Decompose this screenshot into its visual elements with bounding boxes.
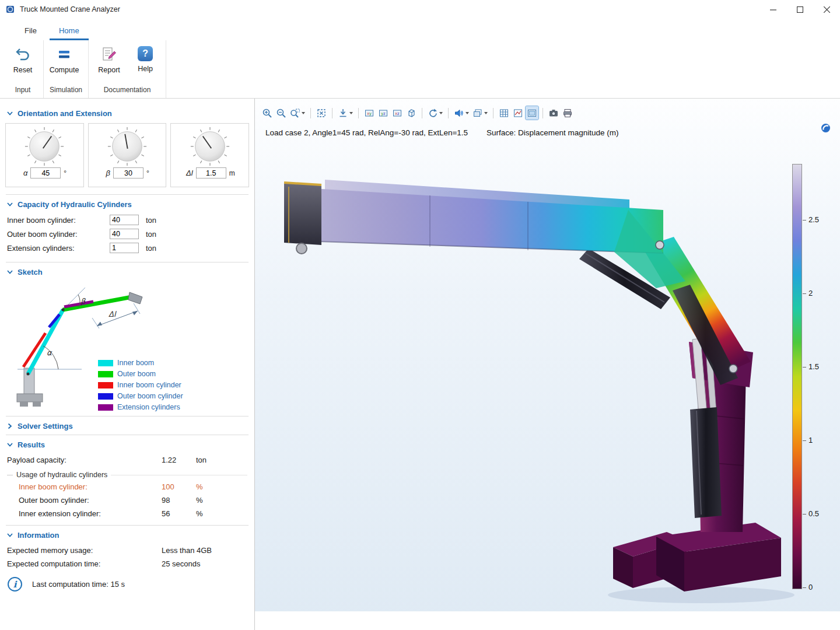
legend-label: Inner boom bbox=[117, 359, 154, 367]
dl-annotation: Δl bbox=[108, 310, 117, 318]
chevron-down-icon bbox=[7, 111, 13, 116]
ribbon-group-simulation: Compute Simulation bbox=[44, 40, 89, 98]
compute-button[interactable]: Compute bbox=[46, 40, 82, 85]
outer-boom-swatch bbox=[98, 371, 113, 377]
beta-input[interactable] bbox=[113, 167, 144, 178]
usage-row-outer-boom: Outer boom cylinder: 98 % bbox=[0, 494, 254, 507]
usage-label: Inner boom cylinder: bbox=[19, 482, 162, 491]
chevron-down-icon bbox=[7, 202, 13, 206]
payload-capacity-label: Payload capacity: bbox=[7, 456, 162, 464]
colorbar bbox=[792, 164, 802, 589]
section-information: Information Expected memory usage: Less … bbox=[0, 525, 254, 592]
extension-knob-box: Δl m bbox=[170, 123, 249, 187]
outer-boom-cylinder-input[interactable] bbox=[110, 229, 139, 239]
tab-home[interactable]: Home bbox=[50, 22, 89, 40]
info-icon: i bbox=[7, 576, 23, 592]
graphics-footer bbox=[255, 611, 840, 630]
last-computation-row: i Last computation time: 15 s bbox=[0, 570, 254, 592]
maximize-button[interactable] bbox=[786, 0, 813, 19]
extension-input[interactable] bbox=[196, 167, 226, 178]
menu-tabs: File Home bbox=[0, 19, 840, 40]
beta-unit: ° bbox=[146, 169, 153, 177]
outer-boom-cylinder-unit: ton bbox=[146, 230, 156, 239]
legend-item: Extension cylinders bbox=[98, 403, 183, 411]
crane-3d-model[interactable] bbox=[255, 105, 840, 606]
help-icon bbox=[138, 46, 153, 61]
compute-icon bbox=[56, 46, 72, 62]
usage-row-inner-boom: Inner boom cylinder: 100 % bbox=[0, 480, 254, 494]
chevron-right-icon bbox=[8, 424, 12, 429]
capacity-row: Inner boom cylinder: ton bbox=[0, 213, 254, 227]
extension-cylinders-swatch bbox=[98, 404, 113, 411]
reset-icon bbox=[15, 46, 31, 62]
usage-row-inner-extension: Inner extension cylinder: 56 % bbox=[0, 507, 254, 525]
solver-section-header[interactable]: Solver Settings bbox=[6, 416, 249, 435]
payload-capacity-unit: ton bbox=[196, 456, 206, 464]
solver-title: Solver Settings bbox=[18, 422, 73, 430]
help-button[interactable]: Help bbox=[127, 40, 163, 85]
computation-time-row: Expected computation time: 25 seconds bbox=[0, 557, 254, 570]
memory-usage-row: Expected memory usage: Less than 4GB bbox=[0, 544, 254, 557]
computation-time-value: 25 seconds bbox=[162, 559, 201, 568]
help-label: Help bbox=[138, 65, 153, 73]
legend-item: Outer boom cylinder bbox=[98, 392, 183, 400]
colorbar-tick: 1.5 bbox=[808, 362, 819, 371]
ribbon: Reset Input Compute Simulation bbox=[0, 40, 840, 99]
capacity-section-header[interactable]: Capacity of Hydraulic Cylinders bbox=[6, 195, 249, 213]
tab-file[interactable]: File bbox=[15, 22, 46, 40]
close-button[interactable] bbox=[813, 0, 840, 19]
information-section-header[interactable]: Information bbox=[6, 526, 249, 544]
last-computation-text: Last computation time: 15 s bbox=[32, 580, 125, 589]
section-orientation: Orientation and Extension bbox=[0, 104, 254, 194]
results-section-header[interactable]: Results bbox=[6, 435, 249, 453]
inner-boom-cylinder-unit: ton bbox=[146, 216, 156, 225]
information-title: Information bbox=[18, 531, 60, 540]
inner-boom-cylinder-input[interactable] bbox=[110, 215, 139, 225]
section-sketch: Sketch bbox=[0, 262, 254, 416]
minimize-button[interactable] bbox=[760, 0, 786, 19]
payload-capacity-value: 1.22 bbox=[162, 456, 196, 464]
orientation-title: Orientation and Extension bbox=[18, 109, 112, 118]
legend-label: Inner boom cylinder bbox=[117, 381, 181, 389]
inner-boom-cylinder-swatch bbox=[98, 382, 113, 388]
alpha-knob-dial[interactable] bbox=[23, 125, 65, 167]
extension-knob-dial[interactable] bbox=[189, 125, 231, 167]
settings-panel: Orientation and Extension bbox=[0, 99, 255, 630]
alpha-annotation: α bbox=[47, 348, 52, 357]
report-label: Report bbox=[98, 66, 120, 74]
usage-group-header: Usage of hydraulic cylinders bbox=[7, 471, 247, 479]
colorbar-tick: 0 bbox=[808, 583, 813, 592]
capacity-title: Capacity of Hydraulic Cylinders bbox=[18, 200, 132, 209]
usage-value: 100 bbox=[162, 482, 196, 491]
reset-button[interactable]: Reset bbox=[5, 40, 41, 85]
chevron-down-icon bbox=[7, 443, 13, 447]
usage-group-title: Usage of hydraulic cylinders bbox=[16, 471, 107, 479]
sketch-section-header[interactable]: Sketch bbox=[6, 262, 249, 281]
reset-label: Reset bbox=[13, 66, 33, 74]
colorbar-tick: 1 bbox=[808, 436, 813, 444]
report-button[interactable]: Report bbox=[91, 40, 127, 85]
app-icon bbox=[6, 5, 15, 14]
titlebar: Truck Mounted Crane Analyzer bbox=[0, 0, 840, 19]
payload-capacity-row: Payload capacity: 1.22 ton bbox=[0, 453, 254, 467]
legend-item: Inner boom bbox=[98, 359, 183, 367]
inner-boom-swatch bbox=[98, 360, 113, 366]
beta-label: β bbox=[101, 169, 110, 177]
legend-item: Inner boom cylinder bbox=[98, 381, 183, 389]
alpha-unit: ° bbox=[64, 169, 71, 177]
usage-unit: % bbox=[196, 482, 203, 491]
section-results: Results Payload capacity: 1.22 ton Usage… bbox=[0, 435, 254, 525]
alpha-input[interactable] bbox=[30, 167, 61, 178]
usage-unit: % bbox=[196, 509, 203, 518]
legend-label: Extension cylinders bbox=[117, 403, 180, 411]
extension-unit: m bbox=[229, 169, 236, 177]
usage-label: Outer boom cylinder: bbox=[19, 496, 162, 505]
extension-cylinders-input[interactable] bbox=[110, 243, 139, 253]
beta-knob-dial[interactable] bbox=[106, 125, 148, 167]
capacity-row: Extension cylinders: ton bbox=[0, 241, 254, 255]
orientation-section-header[interactable]: Orientation and Extension bbox=[6, 104, 249, 122]
inner-boom-cylinder-label: Inner boom cylinder: bbox=[7, 216, 110, 225]
graphics-panel[interactable]: xy yz xz bbox=[255, 99, 840, 630]
outer-boom-cylinder-label: Outer boom cylinder: bbox=[7, 230, 110, 239]
report-icon bbox=[101, 46, 117, 62]
